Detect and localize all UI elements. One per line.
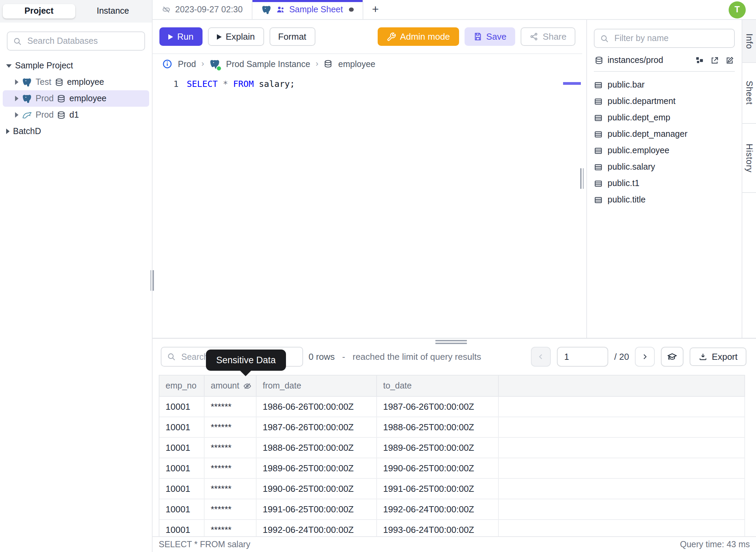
cell[interactable]: 10001 <box>159 438 205 458</box>
save-button[interactable]: Save <box>464 27 515 46</box>
breadcrumb-database[interactable]: employee <box>338 59 375 69</box>
format-button[interactable]: Format <box>269 27 315 46</box>
info-icon[interactable] <box>162 59 172 69</box>
cell-masked[interactable]: ****** <box>205 479 257 499</box>
new-tab-button[interactable]: + <box>363 0 388 19</box>
tab-info[interactable]: Info <box>742 20 756 63</box>
project-label: BatchD <box>13 127 41 136</box>
unsaved-dot-icon <box>349 8 353 12</box>
right-panel-resize-handle[interactable] <box>580 168 584 189</box>
cell[interactable]: 1988-06-25T00:00:00Z <box>377 417 499 438</box>
editor-pane: Run Explain Format Admin mode Save Share <box>153 20 582 338</box>
cell[interactable]: 10001 <box>159 417 205 438</box>
column-header: emp_no <box>159 376 205 397</box>
cell-masked[interactable]: ****** <box>205 499 257 520</box>
executed-query: SELECT * FROM salary <box>159 540 250 549</box>
table-list-item[interactable]: public.dept_emp <box>594 109 735 126</box>
table-list-item[interactable]: public.t1 <box>594 175 735 192</box>
tree-node-batchd[interactable]: BatchD <box>3 123 149 140</box>
chevron-left-icon <box>537 353 544 360</box>
rows-info: 0 rows - reached the limit of query resu… <box>309 352 481 362</box>
cell[interactable]: 1990-06-25T00:00:00Z <box>377 458 499 479</box>
table-list-item[interactable]: public.salary <box>594 159 735 175</box>
tab-sheet[interactable]: Sheet <box>742 63 756 124</box>
database-icon <box>55 78 64 87</box>
tab-project[interactable]: Project <box>3 4 75 18</box>
table-list: public.bar public.department public.dept… <box>594 72 735 208</box>
cell[interactable]: 10001 <box>159 458 205 479</box>
caret-right-icon <box>6 129 10 134</box>
cell-masked[interactable]: ****** <box>205 417 257 438</box>
cell[interactable]: 1988-06-25T00:00:00Z <box>257 438 377 458</box>
query-time: Query time: 43 ms <box>680 540 750 549</box>
run-button[interactable]: Run <box>159 27 203 46</box>
edit-icon[interactable] <box>725 56 734 65</box>
search-icon <box>13 37 22 45</box>
breadcrumb-instance[interactable]: Prod Sample Instance <box>226 59 310 69</box>
column-header: to_date <box>377 376 499 397</box>
cell-masked[interactable]: ****** <box>205 458 257 479</box>
cell[interactable]: 10001 <box>159 479 205 499</box>
avatar[interactable]: T <box>729 1 746 18</box>
cell[interactable]: 1992-06-24T00:00:00Z <box>377 499 499 520</box>
database-icon <box>57 94 66 103</box>
database-search-input[interactable] <box>26 36 139 47</box>
schema-diagram-icon[interactable] <box>695 56 704 65</box>
cell-masked[interactable]: ****** <box>205 438 257 458</box>
explain-button[interactable]: Explain <box>208 27 264 46</box>
cell[interactable]: 1986-06-26T00:00:00Z <box>257 397 377 417</box>
instance-status <box>210 58 221 69</box>
cell[interactable]: 1992-06-24T00:00:00Z <box>257 520 377 536</box>
table-list-item[interactable]: public.title <box>594 192 735 208</box>
connection-row: instances/prod <box>594 48 735 72</box>
tree-node-sample-project[interactable]: Sample Project <box>3 57 149 74</box>
table-list-item[interactable]: public.dept_manager <box>594 126 735 142</box>
results-resize-handle[interactable] <box>435 340 467 344</box>
external-link-icon[interactable] <box>710 56 719 65</box>
postgres-icon <box>22 93 32 104</box>
tree-node-prod-d1[interactable]: Prod d1 <box>3 107 149 123</box>
cell[interactable]: 1991-06-25T00:00:00Z <box>257 499 377 520</box>
filter-input[interactable] <box>613 33 729 44</box>
breadcrumb-environment[interactable]: Prod <box>178 59 196 69</box>
page-number-input[interactable] <box>557 347 608 367</box>
cell[interactable]: 1987-06-26T00:00:00Z <box>377 397 499 417</box>
eye-off-icon[interactable] <box>243 381 251 390</box>
tree-node-test-employee[interactable]: Test employee <box>3 74 149 90</box>
table-icon <box>594 179 603 188</box>
cell-filler <box>499 417 745 438</box>
sql-code-editor[interactable]: 1 SELECT * FROM salary; <box>153 74 582 338</box>
query-mode-button[interactable] <box>661 347 684 367</box>
cell-masked[interactable]: ****** <box>205 397 257 417</box>
cell[interactable]: 1989-06-25T00:00:00Z <box>377 438 499 458</box>
rows-count: 0 rows <box>309 352 335 362</box>
cell[interactable]: 1991-06-25T00:00:00Z <box>377 479 499 499</box>
sheet-tab-unsaved[interactable]: 2023-09-27 02:30 <box>153 0 252 19</box>
play-icon <box>168 34 173 39</box>
cell[interactable]: 1990-06-25T00:00:00Z <box>257 479 377 499</box>
sidebar-resize-handle[interactable] <box>150 270 154 291</box>
database-icon <box>324 60 333 68</box>
cell[interactable]: 1993-06-24T00:00:00Z <box>377 520 499 536</box>
cell[interactable]: 10001 <box>159 520 205 536</box>
export-button[interactable]: Export <box>690 347 746 366</box>
pagination: / 20 Export <box>531 347 746 367</box>
cell-masked[interactable]: ****** <box>205 520 257 536</box>
sheet-tab-label: Sample Sheet <box>289 5 343 14</box>
table-list-item[interactable]: public.employee <box>594 142 735 159</box>
table-list-item[interactable]: public.bar <box>594 77 735 93</box>
prev-page-button[interactable] <box>531 347 550 367</box>
tab-instance[interactable]: Instance <box>77 4 149 18</box>
admin-mode-button[interactable]: Admin mode <box>377 27 459 46</box>
tree-node-prod-employee[interactable]: Prod employee <box>3 90 149 107</box>
cell[interactable]: 10001 <box>159 499 205 520</box>
cell[interactable]: 1987-06-26T00:00:00Z <box>257 417 377 438</box>
connection-name: instances/prod <box>608 55 663 65</box>
next-page-button[interactable] <box>635 347 655 367</box>
share-button[interactable]: Share <box>521 27 575 46</box>
cell[interactable]: 10001 <box>159 397 205 417</box>
cell[interactable]: 1989-06-25T00:00:00Z <box>257 458 377 479</box>
tab-history[interactable]: History <box>742 124 756 193</box>
sheet-tab-sample-sheet[interactable]: Sample Sheet <box>252 0 363 19</box>
table-list-item[interactable]: public.department <box>594 93 735 109</box>
